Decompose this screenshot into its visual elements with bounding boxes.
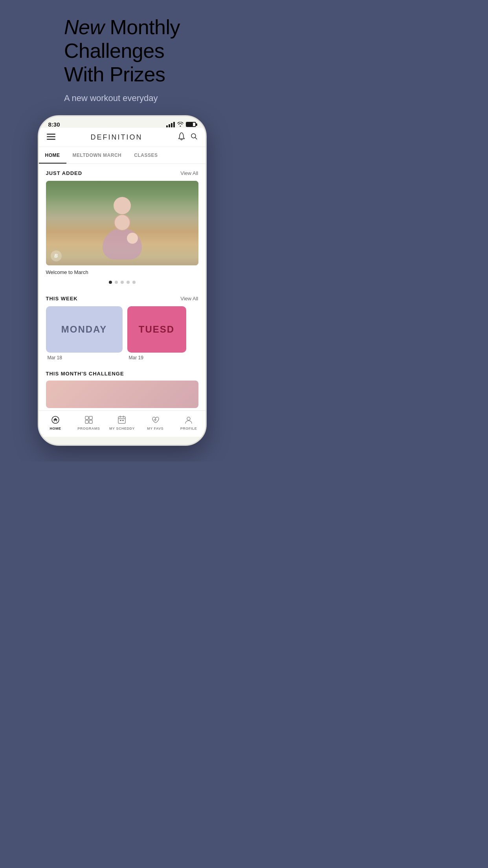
challenge-heading: THIS MONTH'S CHALLENGE [46, 371, 198, 377]
hero-section: New MonthlyChallengesWith Prizes A new w… [64, 16, 180, 103]
svg-rect-10 [89, 420, 92, 423]
programs-icon [84, 415, 94, 425]
this-week-title: THIS WEEK [46, 296, 78, 302]
phone-mockup: 8:30 [38, 115, 207, 446]
svg-rect-7 [85, 416, 88, 419]
baby-head [127, 233, 138, 244]
bell-icon[interactable] [178, 132, 185, 142]
signal-icon [166, 122, 175, 127]
nav-home[interactable]: HOME [42, 415, 69, 430]
challenge-thumbnail[interactable] [46, 381, 198, 408]
hero-title: New MonthlyChallengesWith Prizes [64, 16, 180, 86]
just-added-header: JUST ADDED View All [39, 164, 205, 181]
tuesday-date: Mar 19 [127, 353, 186, 362]
dot-4[interactable] [127, 281, 130, 284]
svg-rect-8 [89, 416, 92, 419]
svg-point-19 [187, 417, 190, 420]
dot-5[interactable] [132, 281, 136, 284]
svg-line-4 [195, 138, 197, 140]
favs-icon [150, 415, 160, 425]
scheddy-icon [117, 415, 127, 425]
nav-programs-label: PROGRAMS [77, 427, 100, 430]
tab-classes[interactable]: CLASSES [128, 147, 164, 164]
carousel-dots [39, 278, 205, 289]
dot-3[interactable] [121, 281, 124, 284]
nav-scheddy[interactable]: MY SCHEDDY [108, 415, 136, 430]
featured-image [46, 181, 198, 265]
monday-label: MONDAY [61, 324, 107, 335]
featured-card[interactable]: B [46, 181, 198, 265]
nav-profile-label: PROFILE [180, 427, 197, 430]
svg-rect-16 [122, 420, 124, 421]
dot-1[interactable] [109, 281, 112, 284]
just-added-title: JUST ADDED [46, 170, 83, 176]
tuesday-card[interactable]: TUESD Mar 19 [127, 306, 186, 362]
app-topbar: DEFINITION [39, 128, 205, 147]
bottom-nav: HOME PROGRAMS [39, 410, 205, 437]
nav-profile[interactable]: PROFILE [175, 415, 202, 430]
person-head [114, 214, 130, 231]
featured-logo: B [51, 250, 62, 261]
app-content: JUST ADDED View All B Welcome to March [39, 164, 205, 410]
status-icons [166, 121, 196, 128]
this-week-view-all[interactable]: View All [180, 296, 198, 302]
home-icon [50, 415, 61, 425]
monday-label-container: MONDAY [46, 306, 123, 353]
svg-rect-9 [85, 420, 88, 423]
nav-scheddy-label: MY SCHEDDY [109, 427, 135, 430]
search-icon[interactable] [191, 133, 198, 142]
challenge-section: THIS MONTH'S CHALLENGE [39, 365, 205, 410]
tuesday-card-inner[interactable]: TUESD [127, 306, 186, 353]
notch [99, 116, 146, 127]
nav-home-label: HOME [50, 427, 61, 430]
svg-point-6 [55, 419, 56, 421]
nav-favs-label: MY FAVS [147, 427, 163, 430]
nav-favs[interactable]: MY FAVS [141, 415, 169, 430]
svg-rect-0 [47, 134, 55, 135]
dot-2[interactable] [115, 281, 118, 284]
wifi-icon [177, 121, 183, 128]
week-cards: MONDAY Mar 18 TUESD Mar 19 [39, 306, 205, 365]
battery-icon [186, 122, 196, 127]
svg-rect-2 [47, 139, 55, 140]
status-time: 8:30 [48, 121, 60, 128]
tuesday-label: TUESD [139, 324, 174, 335]
svg-rect-15 [120, 420, 121, 421]
tuesday-label-container: TUESD [127, 306, 186, 353]
monday-date: Mar 18 [46, 353, 123, 362]
featured-caption: Welcome to March [39, 265, 205, 278]
status-bar: 8:30 [39, 116, 205, 128]
topbar-action-icons [178, 132, 198, 142]
tab-home[interactable]: HOME [39, 147, 66, 164]
menu-icon[interactable] [47, 133, 55, 142]
just-added-view-all[interactable]: View All [180, 170, 198, 176]
monday-card-inner[interactable]: MONDAY [46, 306, 123, 353]
nav-programs[interactable]: PROGRAMS [75, 415, 103, 430]
svg-rect-1 [47, 136, 55, 137]
hero-subtitle: A new workout everyday [64, 93, 180, 103]
this-week-header: THIS WEEK View All [39, 289, 205, 306]
nav-tabs: HOME MELTDOWN MARCH CLASSES [39, 147, 205, 164]
profile-icon [183, 415, 194, 425]
app-title: DEFINITION [91, 133, 143, 142]
monday-card[interactable]: MONDAY Mar 18 [46, 306, 123, 362]
svg-rect-11 [118, 417, 125, 423]
tab-meltdown-march[interactable]: MELTDOWN MARCH [66, 147, 128, 164]
